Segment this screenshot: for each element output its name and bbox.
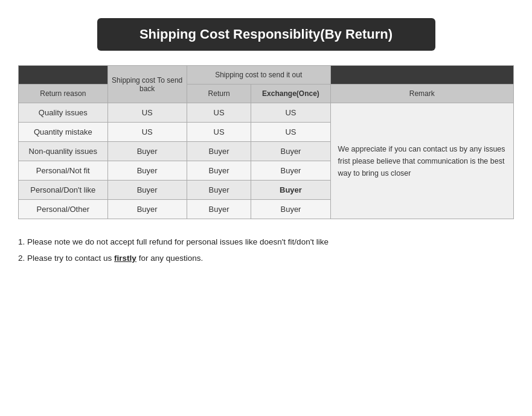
send-back-cell: US (107, 103, 187, 123)
exchange-cell: Buyer (251, 142, 330, 161)
exchange-cell: US (251, 123, 330, 142)
header-send-out: Shipping cost to send it out (187, 66, 330, 85)
remark-cell: We appreciate if you can contact us by a… (330, 103, 513, 219)
page-title: Shipping Cost Responsiblity(By Return) (97, 18, 435, 51)
reason-cell: Personal/Don't like (19, 181, 108, 200)
notes-section: 1. Please note we do not accept full ref… (18, 234, 514, 266)
reason-cell: Quality issues (19, 103, 108, 123)
reason-cell: Personal/Not fit (19, 161, 108, 181)
return-cell: US (187, 123, 251, 142)
note-2: 2. Please try to contact us firstly for … (18, 250, 514, 266)
return-cell: Buyer (187, 161, 251, 181)
header-remark-top (330, 66, 513, 85)
exchange-cell: US (251, 103, 330, 123)
header-remark: Remark (330, 85, 513, 103)
exchange-cell: Buyer (251, 181, 330, 200)
send-back-cell: Buyer (107, 181, 187, 200)
send-back-cell: Buyer (107, 142, 187, 161)
reason-cell: Non-quanlity issues (19, 142, 108, 161)
table-row: Quality issues US US US We appreciate if… (19, 103, 514, 123)
reason-cell: Personal/Other (19, 200, 108, 219)
return-cell: Buyer (187, 181, 251, 200)
shipping-cost-table: Shipping cost To send back Shipping cost… (18, 65, 514, 219)
header-return: Return (187, 85, 251, 103)
header-exchange: Exchange(Once) (251, 85, 330, 103)
header-empty-1 (19, 66, 108, 85)
header-return-reason: Return reason (19, 85, 108, 103)
return-cell: Buyer (187, 142, 251, 161)
return-cell: US (187, 103, 251, 123)
return-cell: Buyer (187, 200, 251, 219)
send-back-cell: Buyer (107, 200, 187, 219)
exchange-cell: Buyer (251, 200, 330, 219)
note-1: 1. Please note we do not accept full ref… (18, 234, 514, 250)
header-send-back: Shipping cost To send back (107, 66, 187, 103)
exchange-cell: Buyer (251, 161, 330, 181)
send-back-cell: Buyer (107, 161, 187, 181)
reason-cell: Quantity mistake (19, 123, 108, 142)
send-back-cell: US (107, 123, 187, 142)
